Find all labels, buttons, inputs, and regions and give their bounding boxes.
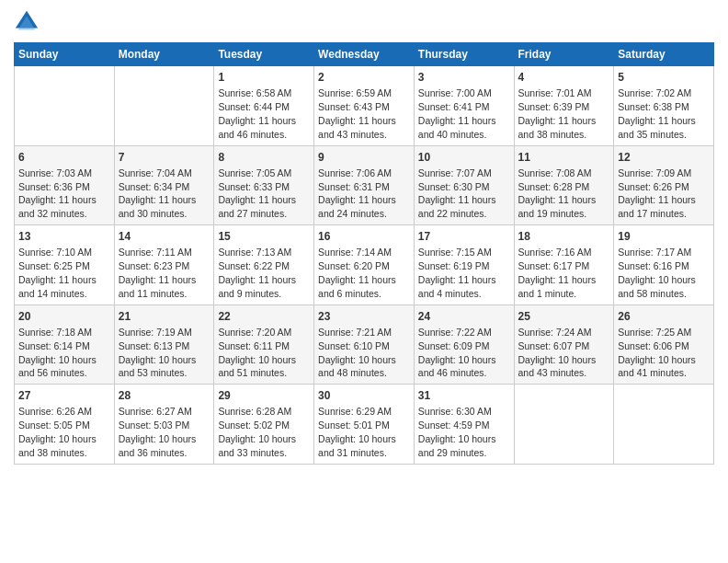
day-cell: 10Sunrise: 7:07 AM Sunset: 6:30 PM Dayli… bbox=[414, 145, 514, 225]
day-info: Sunrise: 7:21 AM Sunset: 6:10 PM Dayligh… bbox=[318, 327, 396, 379]
header bbox=[14, 9, 714, 35]
day-number: 16 bbox=[318, 229, 410, 244]
day-cell: 15Sunrise: 7:13 AM Sunset: 6:22 PM Dayli… bbox=[214, 225, 314, 305]
day-number: 23 bbox=[318, 309, 410, 324]
day-cell bbox=[15, 66, 115, 146]
day-number: 9 bbox=[318, 150, 410, 165]
day-cell: 5Sunrise: 7:02 AM Sunset: 6:38 PM Daylig… bbox=[614, 66, 714, 146]
day-info: Sunrise: 7:18 AM Sunset: 6:14 PM Dayligh… bbox=[18, 327, 97, 379]
day-cell: 21Sunrise: 7:19 AM Sunset: 6:13 PM Dayli… bbox=[114, 304, 214, 385]
day-number: 13 bbox=[18, 229, 110, 244]
day-number: 19 bbox=[618, 229, 710, 244]
week-row-2: 6Sunrise: 7:03 AM Sunset: 6:36 PM Daylig… bbox=[15, 145, 714, 225]
day-info: Sunrise: 7:25 AM Sunset: 6:06 PM Dayligh… bbox=[618, 327, 696, 379]
day-number: 25 bbox=[518, 309, 610, 324]
day-number: 12 bbox=[618, 150, 710, 165]
calendar-table: SundayMondayTuesdayWednesdayThursdayFrid… bbox=[14, 42, 714, 465]
day-cell: 1Sunrise: 6:58 AM Sunset: 6:44 PM Daylig… bbox=[214, 66, 314, 146]
page: SundayMondayTuesdayWednesdayThursdayFrid… bbox=[0, 0, 728, 474]
day-cell: 27Sunrise: 6:26 AM Sunset: 5:05 PM Dayli… bbox=[15, 385, 115, 465]
day-number: 8 bbox=[218, 150, 310, 165]
day-cell: 17Sunrise: 7:15 AM Sunset: 6:19 PM Dayli… bbox=[414, 225, 514, 305]
day-number: 3 bbox=[418, 70, 510, 85]
day-info: Sunrise: 7:16 AM Sunset: 6:17 PM Dayligh… bbox=[518, 247, 597, 299]
day-cell: 25Sunrise: 7:24 AM Sunset: 6:07 PM Dayli… bbox=[514, 304, 614, 385]
week-row-1: 1Sunrise: 6:58 AM Sunset: 6:44 PM Daylig… bbox=[15, 66, 714, 146]
day-info: Sunrise: 7:17 AM Sunset: 6:16 PM Dayligh… bbox=[618, 247, 696, 299]
day-number: 10 bbox=[418, 150, 510, 165]
day-info: Sunrise: 7:14 AM Sunset: 6:20 PM Dayligh… bbox=[318, 247, 396, 299]
day-cell: 12Sunrise: 7:09 AM Sunset: 6:26 PM Dayli… bbox=[614, 145, 714, 225]
day-number: 11 bbox=[518, 150, 610, 165]
day-info: Sunrise: 7:09 AM Sunset: 6:26 PM Dayligh… bbox=[618, 167, 696, 220]
day-cell: 23Sunrise: 7:21 AM Sunset: 6:10 PM Dayli… bbox=[314, 304, 415, 385]
day-cell: 20Sunrise: 7:18 AM Sunset: 6:14 PM Dayli… bbox=[15, 304, 115, 385]
day-info: Sunrise: 6:27 AM Sunset: 5:03 PM Dayligh… bbox=[119, 406, 197, 458]
day-cell: 6Sunrise: 7:03 AM Sunset: 6:36 PM Daylig… bbox=[15, 145, 115, 225]
day-cell: 2Sunrise: 6:59 AM Sunset: 6:43 PM Daylig… bbox=[314, 66, 415, 146]
day-number: 7 bbox=[119, 150, 210, 165]
day-info: Sunrise: 6:29 AM Sunset: 5:01 PM Dayligh… bbox=[318, 406, 396, 458]
day-number: 20 bbox=[18, 309, 110, 324]
day-cell: 11Sunrise: 7:08 AM Sunset: 6:28 PM Dayli… bbox=[514, 145, 614, 225]
col-header-saturday: Saturday bbox=[614, 43, 714, 66]
day-number: 27 bbox=[18, 388, 110, 403]
day-cell: 29Sunrise: 6:28 AM Sunset: 5:02 PM Dayli… bbox=[214, 385, 314, 465]
day-info: Sunrise: 7:11 AM Sunset: 6:23 PM Dayligh… bbox=[119, 247, 197, 299]
day-number: 4 bbox=[518, 70, 610, 85]
day-info: Sunrise: 7:22 AM Sunset: 6:09 PM Dayligh… bbox=[418, 327, 496, 379]
day-cell: 24Sunrise: 7:22 AM Sunset: 6:09 PM Dayli… bbox=[414, 304, 514, 385]
day-number: 15 bbox=[218, 229, 310, 244]
col-header-sunday: Sunday bbox=[15, 43, 115, 66]
day-cell: 28Sunrise: 6:27 AM Sunset: 5:03 PM Dayli… bbox=[114, 385, 214, 465]
day-cell: 22Sunrise: 7:20 AM Sunset: 6:11 PM Dayli… bbox=[214, 304, 314, 385]
day-info: Sunrise: 7:06 AM Sunset: 6:31 PM Dayligh… bbox=[318, 167, 396, 220]
day-cell: 3Sunrise: 7:00 AM Sunset: 6:41 PM Daylig… bbox=[414, 66, 514, 146]
day-number: 31 bbox=[418, 388, 510, 403]
day-cell bbox=[614, 385, 714, 465]
day-info: Sunrise: 7:00 AM Sunset: 6:41 PM Dayligh… bbox=[418, 87, 496, 140]
header-row: SundayMondayTuesdayWednesdayThursdayFrid… bbox=[15, 43, 714, 66]
day-number: 17 bbox=[418, 229, 510, 244]
day-info: Sunrise: 6:28 AM Sunset: 5:02 PM Dayligh… bbox=[218, 406, 296, 458]
day-number: 28 bbox=[119, 388, 210, 403]
day-info: Sunrise: 6:59 AM Sunset: 6:43 PM Dayligh… bbox=[318, 87, 396, 140]
day-info: Sunrise: 7:24 AM Sunset: 6:07 PM Dayligh… bbox=[518, 327, 597, 379]
calendar-header: SundayMondayTuesdayWednesdayThursdayFrid… bbox=[15, 43, 714, 66]
day-number: 1 bbox=[218, 70, 310, 85]
day-info: Sunrise: 7:01 AM Sunset: 6:39 PM Dayligh… bbox=[518, 87, 597, 140]
day-number: 6 bbox=[18, 150, 110, 165]
day-number: 24 bbox=[418, 309, 510, 324]
day-number: 5 bbox=[618, 70, 710, 85]
day-number: 26 bbox=[618, 309, 710, 324]
day-number: 18 bbox=[518, 229, 610, 244]
day-info: Sunrise: 7:20 AM Sunset: 6:11 PM Dayligh… bbox=[218, 327, 296, 379]
col-header-friday: Friday bbox=[514, 43, 614, 66]
col-header-wednesday: Wednesday bbox=[314, 43, 415, 66]
day-cell: 18Sunrise: 7:16 AM Sunset: 6:17 PM Dayli… bbox=[514, 225, 614, 305]
col-header-thursday: Thursday bbox=[414, 43, 514, 66]
day-info: Sunrise: 6:58 AM Sunset: 6:44 PM Dayligh… bbox=[218, 87, 296, 140]
day-info: Sunrise: 7:19 AM Sunset: 6:13 PM Dayligh… bbox=[119, 327, 197, 379]
day-number: 14 bbox=[119, 229, 210, 244]
day-info: Sunrise: 7:07 AM Sunset: 6:30 PM Dayligh… bbox=[418, 167, 496, 220]
week-row-4: 20Sunrise: 7:18 AM Sunset: 6:14 PM Dayli… bbox=[15, 304, 714, 385]
day-cell bbox=[514, 385, 614, 465]
day-cell: 13Sunrise: 7:10 AM Sunset: 6:25 PM Dayli… bbox=[15, 225, 115, 305]
day-info: Sunrise: 7:03 AM Sunset: 6:36 PM Dayligh… bbox=[18, 167, 97, 220]
day-cell bbox=[114, 66, 214, 146]
day-info: Sunrise: 6:30 AM Sunset: 4:59 PM Dayligh… bbox=[418, 406, 496, 458]
day-number: 22 bbox=[218, 309, 310, 324]
day-number: 30 bbox=[318, 388, 410, 403]
day-cell: 19Sunrise: 7:17 AM Sunset: 6:16 PM Dayli… bbox=[614, 225, 714, 305]
day-number: 29 bbox=[218, 388, 310, 403]
col-header-tuesday: Tuesday bbox=[214, 43, 314, 66]
day-cell: 9Sunrise: 7:06 AM Sunset: 6:31 PM Daylig… bbox=[314, 145, 415, 225]
week-row-5: 27Sunrise: 6:26 AM Sunset: 5:05 PM Dayli… bbox=[15, 385, 714, 465]
week-row-3: 13Sunrise: 7:10 AM Sunset: 6:25 PM Dayli… bbox=[15, 225, 714, 305]
col-header-monday: Monday bbox=[114, 43, 214, 66]
logo bbox=[14, 9, 43, 35]
day-info: Sunrise: 7:10 AM Sunset: 6:25 PM Dayligh… bbox=[18, 247, 97, 299]
day-cell: 7Sunrise: 7:04 AM Sunset: 6:34 PM Daylig… bbox=[114, 145, 214, 225]
day-cell: 26Sunrise: 7:25 AM Sunset: 6:06 PM Dayli… bbox=[614, 304, 714, 385]
